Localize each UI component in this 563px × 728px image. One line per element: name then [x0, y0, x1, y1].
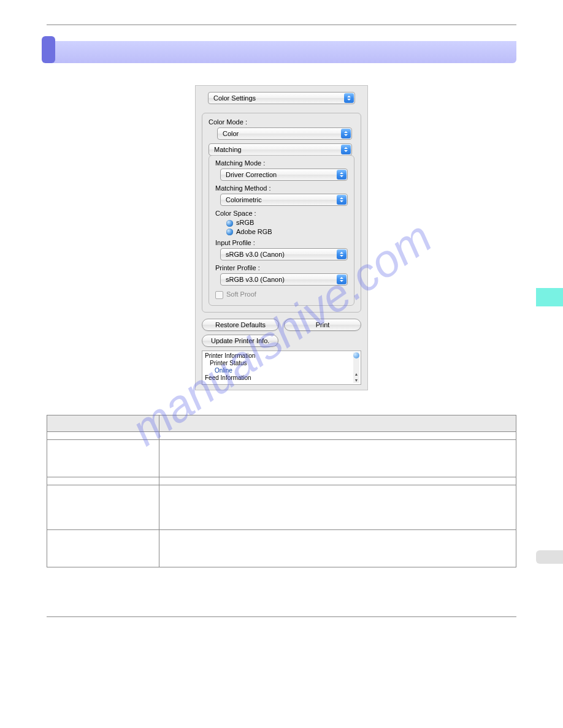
bottom-rule: [47, 616, 516, 617]
scroll-thumb[interactable]: [353, 352, 359, 358]
dropdown-arrows-icon: [344, 93, 354, 103]
section-header-bar: [47, 41, 516, 63]
radio-icon: [226, 229, 233, 235]
panel-section-select[interactable]: Color Settings: [208, 92, 355, 104]
color-mode-label: Color Mode :: [209, 118, 354, 126]
matching-mode-select[interactable]: Driver Correction: [220, 169, 348, 181]
checkbox-icon: [215, 291, 223, 299]
table-cell: [47, 477, 159, 485]
print-button[interactable]: Print: [284, 319, 361, 331]
color-mode-value: Color: [223, 130, 239, 137]
header-accent-tab: [42, 36, 55, 63]
table-cell: [159, 529, 516, 567]
color-space-option-label: Adobe RGB: [236, 228, 272, 235]
color-subtab-select[interactable]: Matching: [209, 143, 352, 156]
panel-section-value: Color Settings: [213, 94, 256, 102]
dropdown-arrows-icon: [341, 129, 351, 138]
update-printer-info-button[interactable]: Update Printer Info.: [202, 335, 278, 347]
matching-mode-value: Driver Correction: [226, 171, 277, 178]
printer-profile-label: Printer Profile :: [215, 264, 348, 271]
table-cell: [47, 485, 159, 529]
color-space-label: Color Space :: [215, 210, 348, 217]
top-rule: [47, 25, 516, 25]
info-line: Printer Information: [205, 352, 358, 360]
info-line: Feed Information: [205, 374, 358, 382]
info-line: Printer Status: [205, 360, 358, 367]
settings-table: [47, 415, 516, 567]
dropdown-arrows-icon: [337, 195, 347, 205]
color-space-option-label: sRGB: [236, 219, 254, 226]
soft-proof-checkbox[interactable]: Soft Proof: [215, 290, 348, 299]
table-cell: [47, 439, 159, 477]
table-cell: [159, 485, 516, 529]
dropdown-arrows-icon: [337, 275, 347, 284]
radio-icon: [226, 220, 233, 227]
info-line-online: Online: [205, 367, 358, 374]
printer-profile-value: sRGB v3.0 (Canon): [226, 276, 285, 283]
print-settings-panel: Color Settings Color Mode : Color Matchi…: [195, 85, 368, 390]
update-printer-info-label: Update Printer Info.: [211, 337, 269, 344]
scroll-up-icon[interactable]: ▲: [353, 372, 359, 377]
printer-profile-select[interactable]: sRGB v3.0 (Canon): [220, 273, 348, 286]
dropdown-arrows-icon: [341, 145, 351, 154]
matching-method-value: Colorimetric: [226, 196, 262, 203]
input-profile-select[interactable]: sRGB v3.0 (Canon): [220, 248, 348, 260]
table-cell: [159, 439, 516, 477]
table-cell: [159, 431, 516, 439]
table-cell: [159, 477, 516, 485]
dropdown-arrows-icon: [337, 170, 347, 180]
table-header: [159, 415, 516, 431]
soft-proof-label: Soft Proof: [226, 290, 256, 298]
table-cell: [47, 529, 159, 567]
color-space-option-adobergb[interactable]: Adobe RGB: [226, 228, 348, 236]
table-header: [47, 415, 159, 431]
printer-info-list[interactable]: Printer Information Printer Status Onlin…: [202, 351, 361, 385]
color-mode-select[interactable]: Color: [217, 127, 352, 140]
dropdown-arrows-icon: [337, 249, 347, 259]
table-cell: [47, 431, 159, 439]
input-profile-label: Input Profile :: [215, 239, 348, 246]
restore-defaults-button[interactable]: Restore Defaults: [202, 319, 279, 331]
color-subtab-value: Matching: [214, 146, 242, 153]
scroll-down-icon[interactable]: ▼: [353, 378, 359, 383]
matching-method-label: Matching Method :: [215, 184, 348, 192]
matching-method-select[interactable]: Colorimetric: [220, 194, 348, 206]
color-space-option-srgb[interactable]: sRGB: [226, 219, 348, 227]
input-profile-value: sRGB v3.0 (Canon): [226, 251, 285, 258]
restore-defaults-label: Restore Defaults: [215, 321, 266, 328]
matching-mode-label: Matching Mode :: [215, 159, 348, 167]
print-label: Print: [316, 321, 330, 328]
info-scrollbar[interactable]: ▲ ▼: [353, 352, 359, 383]
